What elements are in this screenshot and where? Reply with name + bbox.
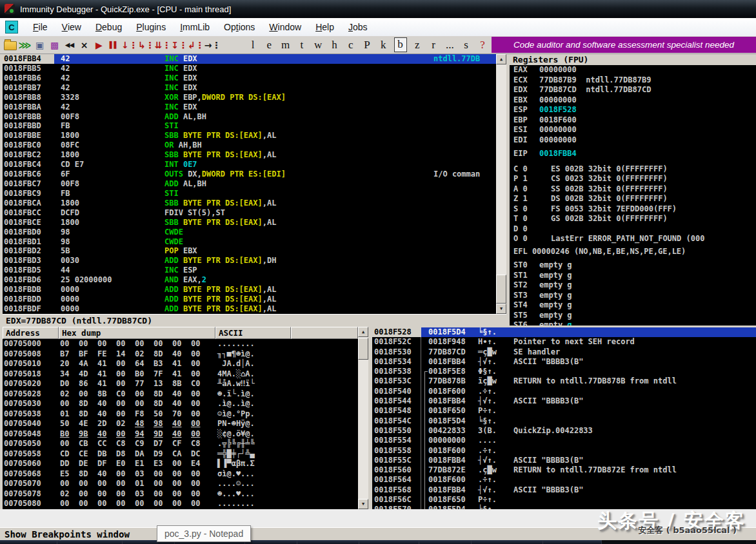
taskbar-button[interactable] xyxy=(57,540,123,544)
stack-row[interactable]: 0018F56077DB872E.ç█wRETURN to ntdll.77DB… xyxy=(372,465,756,475)
flag-row[interactable]: A 0SS 002B 32bit 0(FFFFFFFF) xyxy=(510,184,756,195)
execute-till-return-button[interactable]: ↲⋮ xyxy=(188,37,204,52)
stack-row[interactable]: 0018F550004228333(B.QuickZip.00422833 xyxy=(372,426,756,436)
run-button[interactable]: ▶ xyxy=(92,37,106,52)
fpu-row[interactable]: ST3empty g xyxy=(510,291,756,301)
disasm-row[interactable]: 0018FBD30030ADD BYTE PTR DS:[EAX],DH xyxy=(3,256,496,266)
hex-row[interactable]: 00705038018D4000F8507000☺ì@.°Pp. xyxy=(3,409,358,420)
step-over-button[interactable]: ↳⋮ xyxy=(138,37,155,52)
disasm-row[interactable]: 0018FBD198CWDE xyxy=(3,237,496,247)
fpu-row[interactable]: ST6empty g xyxy=(510,320,756,325)
taskbar-button[interactable] xyxy=(0,540,57,544)
register-row[interactable]: ESI00000000 xyxy=(510,125,756,135)
fpu-row[interactable]: ST1empty g xyxy=(510,271,756,281)
ad-banner[interactable]: Code auditor and software assessment spe… xyxy=(492,37,756,53)
letter-button-P[interactable]: P xyxy=(361,39,373,52)
flag-row[interactable]: T 0GS 002B 32bit 0(FFFFFFFF) xyxy=(510,214,756,224)
letter-button-s[interactable]: s xyxy=(461,39,472,52)
menu-jobs[interactable]: Jobs xyxy=(341,18,375,36)
menu-immlib[interactable]: ImmLib xyxy=(173,18,217,36)
stack-pane[interactable]: 0018F5280018F5D4╘§↑.0018F52C0018F948H∙↑.… xyxy=(372,327,756,509)
disasm-row[interactable]: 0018FBB642INC EDX xyxy=(3,73,496,83)
disasm-row[interactable]: 0018FBC21800SBB BYTE PTR DS:[EAX],AL xyxy=(3,150,496,160)
stack-row[interactable]: 0018F5440018FBB4┤√↑.ASCII "BBBB3(B" xyxy=(372,396,756,406)
rewind-button[interactable]: ◀◀ xyxy=(62,37,77,52)
windows-list-button[interactable]: ▣ xyxy=(32,37,47,52)
letter-button-w[interactable]: w xyxy=(312,39,324,52)
hex-row[interactable]: 00705060DDDEDFE0E1E300E4▌▐▀αβπ.Σ xyxy=(3,459,358,469)
flag-row[interactable]: S 0FS 0053 32bit 7EFDD000(FFF) xyxy=(510,204,756,215)
stack-row[interactable]: 0018F5340018FBB4┤√↑.ASCII "BBBB3(B" xyxy=(372,357,756,367)
disasm-row[interactable]: 0018FBDB0000ADD BYTE PTR DS:[EAX],AL xyxy=(3,285,496,295)
hex-row[interactable]: 00705058CDCEDBD8DAD9CADC═╬█╪┌┘╩▄ xyxy=(3,449,358,460)
menu-debug[interactable]: Debug xyxy=(88,18,129,36)
disasm-row[interactable]: 0018FBBDFBSTI xyxy=(3,121,496,131)
register-row[interactable]: EBP0018F600 xyxy=(510,115,756,126)
menu-window[interactable]: Window xyxy=(262,18,308,36)
disasm-row[interactable]: 0018FBB542INC EDX xyxy=(3,64,496,73)
disasm-row[interactable]: 0018FBD625 02000000AND EAX,2 xyxy=(3,275,496,285)
disasm-row[interactable]: 0018FBD098CWDE xyxy=(3,228,496,237)
title-bar[interactable]: Immunity Debugger - QuickZip.exe - [CPU … xyxy=(0,0,756,18)
open-file-button[interactable] xyxy=(3,37,17,52)
hex-row[interactable]: 007050800000000000000000........ xyxy=(3,499,358,509)
letter-button-r[interactable]: r xyxy=(428,39,439,52)
hex-row[interactable]: 007050700000000001000000....☺... xyxy=(3,479,358,489)
hex-row[interactable]: 00705030008D4000008D4000.ì@..ì@. xyxy=(3,399,358,409)
disassembly-pane[interactable]: 0018FBB442INC EDXntdll.77DB0018FBB542INC… xyxy=(3,54,496,314)
disasm-row[interactable]: 0018FBB83328XOR EBP,DWORD PTR DS:[EAX] xyxy=(3,93,496,102)
hex-row[interactable]: 007050000000000000000000........ xyxy=(3,339,358,349)
taskbar-button[interactable] xyxy=(297,540,359,544)
letter-button-c[interactable]: c xyxy=(345,39,357,52)
step-into-button[interactable]: ↓⋮ xyxy=(121,37,138,52)
go-to-button[interactable]: →⋮ xyxy=(204,37,221,52)
hex-row[interactable]: 007050780200000003000000☻...♥... xyxy=(3,489,358,500)
stack-row[interactable]: 0018F5280018F5D4╘§↑. xyxy=(372,327,756,337)
flag-row[interactable]: Z 1DS 002B 32bit 0(FFFFFFFF) xyxy=(510,194,756,204)
disasm-row[interactable]: 0018FBB442INC EDXntdll.77DB xyxy=(3,54,496,64)
windows-taskbar[interactable] xyxy=(0,540,756,544)
stack-row[interactable]: 0018F52C0018F948H∙↑.Pointer to next SEH … xyxy=(372,337,756,347)
disasm-row[interactable]: 0018FBD544INC ESP xyxy=(3,266,496,275)
disasm-row[interactable]: 0018FBC700F8ADD AL,BH xyxy=(3,179,496,189)
letter-button-k[interactable]: k xyxy=(377,39,389,52)
fpu-row[interactable]: ST5empty g xyxy=(510,311,756,321)
fpu-row[interactable]: ST4empty g xyxy=(510,300,756,311)
disasm-row[interactable]: 0018FBBA42INC EDX xyxy=(3,102,496,112)
disasm-row[interactable]: 0018FBC4CD E7INT 0E7 xyxy=(3,160,496,170)
register-row[interactable]: EBX00000000 xyxy=(510,95,756,106)
menu-help[interactable]: Help xyxy=(308,18,341,36)
letter-button-e[interactable]: e xyxy=(263,39,275,52)
stack-row[interactable]: 0018F54C0018F5D4╘§↑. xyxy=(372,416,756,426)
pause-button[interactable]: ▌▌ xyxy=(106,37,121,52)
disasm-row[interactable]: 0018FBC008FCOR AH,BH xyxy=(3,141,496,150)
hex-row[interactable]: 00705068E58D400003000000σì@.♥... xyxy=(3,469,358,480)
register-row[interactable]: EDX77DB87CD ntdll.77DB87CD xyxy=(510,85,756,95)
stack-row[interactable]: 0018F53C77DB878Bïç█wRETURN to ntdll.77DB… xyxy=(372,376,756,386)
flag-row[interactable]: C 0ES 002B 32bit 0(FFFFFFFF) xyxy=(510,164,756,175)
disasm-row[interactable]: 0018FBBE1800SBB BYTE PTR DS:[EAX],AL xyxy=(3,131,496,141)
menu-plugins[interactable]: Plugins xyxy=(129,18,173,36)
stack-row[interactable]: 0018F55400000000.... xyxy=(372,436,756,445)
letter-button-b[interactable]: b xyxy=(394,37,407,52)
stack-row[interactable]: 0018F56C0018F650P÷↑. xyxy=(372,495,756,505)
app-icon[interactable] xyxy=(5,4,15,14)
disasm-row[interactable]: 0018FBC9FBSTI xyxy=(3,189,496,199)
hex-row[interactable]: 0070505000CBCCC8C9D7CFC8.╦╠╚╔╫╧╚ xyxy=(3,439,358,449)
letter-button-m[interactable]: m xyxy=(280,39,292,52)
fpu-row[interactable]: ST0empty g xyxy=(510,260,756,271)
disasm-row[interactable]: 0018FBCE1800SBB BYTE PTR DS:[EAX],AL xyxy=(3,218,496,228)
register-row[interactable]: ECX77DB87B9 ntdll.77DB87B9 xyxy=(510,75,756,86)
attach-process-button[interactable]: ⋙ xyxy=(17,37,32,52)
registers-pane[interactable]: EAX00000000ECX77DB87B9 ntdll.77DB87B9EDX… xyxy=(510,65,756,325)
taskbar-button[interactable] xyxy=(472,540,543,544)
flag-row[interactable]: D 0 xyxy=(510,224,756,235)
flag-row[interactable]: O 0LastErr ERROR_PATH_NOT_FOUND (000 xyxy=(510,234,756,244)
letter-button-t[interactable]: t xyxy=(296,39,308,52)
stack-row[interactable]: 0018F53077DB87CD═ç█wSE handler xyxy=(372,347,756,357)
disasm-row[interactable]: 0018FBC66FOUTS DX,DWORD PTR ES:[EDI]I/O … xyxy=(3,170,496,179)
restore-windows-button[interactable]: ▩ xyxy=(47,37,62,52)
letter-button-l[interactable]: l xyxy=(247,39,259,52)
animate-over-button[interactable]: ↧⋮ xyxy=(171,37,188,52)
hex-row[interactable]: 00705010204A410064B34100 JA.d│A. xyxy=(3,359,358,369)
